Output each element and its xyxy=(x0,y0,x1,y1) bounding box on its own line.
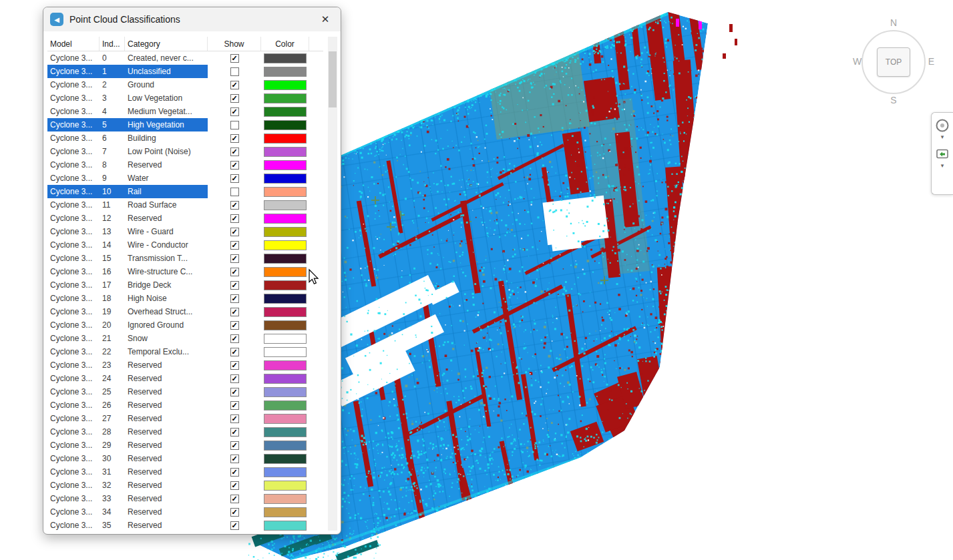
row-text-group[interactable]: Cyclone 3...35Reserved xyxy=(47,519,208,532)
row-text-group[interactable]: Cyclone 3...17Bridge Deck xyxy=(47,278,208,292)
table-row[interactable]: Cyclone 3...6Building✓ xyxy=(47,131,323,145)
show-checkbox[interactable] xyxy=(230,188,239,196)
table-row[interactable]: Cyclone 3...22Temporal Exclu...✓ xyxy=(47,345,323,358)
table-row[interactable]: Cyclone 3...1Unclassified xyxy=(47,65,323,78)
category-cell[interactable]: Reserved xyxy=(125,398,208,412)
show-checkbox[interactable]: ✓ xyxy=(230,508,239,517)
category-cell[interactable]: Reserved xyxy=(125,452,208,465)
row-text-group[interactable]: Cyclone 3...21Snow xyxy=(47,332,208,345)
table-row[interactable]: Cyclone 3...0Created, never c...✓ xyxy=(47,51,323,65)
index-cell[interactable]: 12 xyxy=(100,212,125,225)
model-cell[interactable]: Cyclone 3... xyxy=(47,265,100,278)
column-header-category[interactable]: Category xyxy=(125,37,208,51)
table-row[interactable]: Cyclone 3...23Reserved✓ xyxy=(47,358,323,372)
color-swatch[interactable] xyxy=(264,387,307,397)
model-cell[interactable]: Cyclone 3... xyxy=(47,225,100,238)
category-cell[interactable]: Wire - Guard xyxy=(125,225,208,238)
row-text-group[interactable]: Cyclone 3...1Unclassified xyxy=(47,65,208,78)
color-swatch[interactable] xyxy=(264,67,307,77)
color-swatch[interactable] xyxy=(264,227,307,237)
model-cell[interactable]: Cyclone 3... xyxy=(47,318,100,332)
row-text-group[interactable]: Cyclone 3...6Building xyxy=(47,131,208,145)
show-checkbox[interactable]: ✓ xyxy=(230,455,239,463)
model-cell[interactable]: Cyclone 3... xyxy=(47,425,100,439)
model-cell[interactable]: Cyclone 3... xyxy=(47,91,100,105)
row-text-group[interactable]: Cyclone 3...32Reserved xyxy=(47,479,208,492)
category-cell[interactable]: Reserved xyxy=(125,439,208,452)
table-row[interactable]: Cyclone 3...29Reserved✓ xyxy=(47,439,323,452)
model-cell[interactable]: Cyclone 3... xyxy=(47,492,100,505)
show-checkbox[interactable]: ✓ xyxy=(230,94,239,103)
color-swatch[interactable] xyxy=(264,267,307,277)
model-cell[interactable]: Cyclone 3... xyxy=(47,358,100,372)
row-text-group[interactable]: Cyclone 3...28Reserved xyxy=(47,425,208,439)
color-swatch[interactable] xyxy=(264,467,307,477)
show-checkbox[interactable]: ✓ xyxy=(230,495,239,503)
table-row[interactable]: Cyclone 3...16Wire-structure C...✓ xyxy=(47,265,323,278)
row-text-group[interactable]: Cyclone 3...16Wire-structure C... xyxy=(47,265,208,278)
show-checkbox[interactable]: ✓ xyxy=(230,134,239,143)
category-cell[interactable]: Reserved xyxy=(125,212,208,225)
color-swatch[interactable] xyxy=(264,427,307,437)
row-text-group[interactable]: Cyclone 3...8Reserved xyxy=(47,158,208,172)
category-cell[interactable]: Road Surface xyxy=(125,198,208,212)
category-cell[interactable]: Created, never c... xyxy=(125,51,208,65)
index-cell[interactable]: 34 xyxy=(100,505,125,519)
show-checkbox[interactable] xyxy=(230,67,239,76)
model-cell[interactable]: Cyclone 3... xyxy=(47,65,100,78)
show-checkbox[interactable]: ✓ xyxy=(230,401,239,410)
category-cell[interactable]: Rail xyxy=(125,185,208,198)
row-text-group[interactable]: Cyclone 3...22Temporal Exclu... xyxy=(47,345,208,358)
model-cell[interactable]: Cyclone 3... xyxy=(47,505,100,519)
index-cell[interactable]: 18 xyxy=(100,292,125,305)
category-cell[interactable]: Overhead Struct... xyxy=(125,305,208,318)
color-swatch[interactable] xyxy=(264,334,307,344)
index-cell[interactable]: 0 xyxy=(100,51,125,65)
index-cell[interactable]: 4 xyxy=(100,105,125,118)
model-cell[interactable]: Cyclone 3... xyxy=(47,145,100,158)
category-cell[interactable]: Reserved xyxy=(125,372,208,385)
color-swatch[interactable] xyxy=(264,400,307,410)
model-cell[interactable]: Cyclone 3... xyxy=(47,118,100,131)
row-text-group[interactable]: Cyclone 3...23Reserved xyxy=(47,358,208,372)
show-checkbox[interactable]: ✓ xyxy=(230,294,239,303)
color-swatch[interactable] xyxy=(264,93,307,103)
row-text-group[interactable]: Cyclone 3...26Reserved xyxy=(47,398,208,412)
index-cell[interactable]: 19 xyxy=(100,305,125,318)
model-cell[interactable]: Cyclone 3... xyxy=(47,51,100,65)
model-cell[interactable]: Cyclone 3... xyxy=(47,198,100,212)
index-cell[interactable]: 7 xyxy=(100,145,125,158)
show-checkbox[interactable]: ✓ xyxy=(230,241,239,250)
row-text-group[interactable]: Cyclone 3...5High Vegetation xyxy=(47,118,208,131)
color-swatch[interactable] xyxy=(264,254,307,264)
table-row[interactable]: Cyclone 3...26Reserved✓ xyxy=(47,398,323,412)
index-cell[interactable]: 23 xyxy=(100,358,125,372)
model-cell[interactable]: Cyclone 3... xyxy=(47,385,100,398)
color-swatch[interactable] xyxy=(264,160,307,170)
row-text-group[interactable]: Cyclone 3...7Low Point (Noise) xyxy=(47,145,208,158)
color-swatch[interactable] xyxy=(264,347,307,357)
category-cell[interactable]: Unclassified xyxy=(125,65,208,78)
category-cell[interactable]: Transmission T... xyxy=(125,252,208,265)
row-text-group[interactable]: Cyclone 3...25Reserved xyxy=(47,385,208,398)
fit-view-chevron-icon[interactable]: ▾ xyxy=(941,163,944,169)
index-cell[interactable]: 33 xyxy=(100,492,125,505)
model-cell[interactable]: Cyclone 3... xyxy=(47,212,100,225)
index-cell[interactable]: 6 xyxy=(100,131,125,145)
index-cell[interactable]: 14 xyxy=(100,238,125,252)
table-row[interactable]: Cyclone 3...21Snow✓ xyxy=(47,332,323,345)
row-text-group[interactable]: Cyclone 3...0Created, never c... xyxy=(47,51,208,65)
color-swatch[interactable] xyxy=(264,240,307,250)
index-cell[interactable]: 27 xyxy=(100,412,125,425)
table-row[interactable]: Cyclone 3...25Reserved✓ xyxy=(47,385,323,398)
row-text-group[interactable]: Cyclone 3...31Reserved xyxy=(47,465,208,479)
model-cell[interactable]: Cyclone 3... xyxy=(47,158,100,172)
color-swatch[interactable] xyxy=(264,481,307,491)
category-cell[interactable]: Reserved xyxy=(125,358,208,372)
color-swatch[interactable] xyxy=(264,307,307,317)
category-cell[interactable]: Reserved xyxy=(125,492,208,505)
column-header-color[interactable]: Color xyxy=(261,37,309,51)
row-text-group[interactable]: Cyclone 3...9Water xyxy=(47,172,208,185)
show-checkbox[interactable]: ✓ xyxy=(230,174,239,183)
row-text-group[interactable]: Cyclone 3...13Wire - Guard xyxy=(47,225,208,238)
